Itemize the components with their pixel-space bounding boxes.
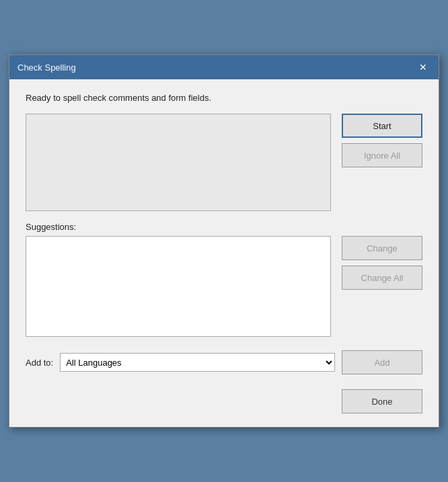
add-button[interactable]: Add [342,350,422,374]
done-row: Done [26,385,422,413]
suggestions-row: Change Change All [26,236,422,337]
check-spelling-dialog: Check Spelling ✕ Ready to spell check co… [9,54,439,428]
ignore-all-button[interactable]: Ignore All [342,143,422,167]
status-text: Ready to spell check comments and form f… [26,93,422,103]
top-buttons-col: Start Ignore All [342,114,422,167]
close-button[interactable]: ✕ [416,60,431,75]
spell-check-text-area[interactable] [26,114,331,211]
suggestions-list[interactable] [26,236,331,337]
language-select[interactable]: All Languages [60,353,335,372]
dialog-titlebar: Check Spelling ✕ [9,55,439,79]
add-to-row: Add to: All Languages Add [26,350,422,374]
add-to-label: Add to: [26,358,53,368]
done-button[interactable]: Done [342,389,422,413]
suggestions-buttons: Change Change All [342,236,422,290]
main-row: Start Ignore All [26,114,422,211]
dialog-body: Ready to spell check comments and form f… [9,79,439,427]
suggestions-section: Suggestions: Change Change All [26,222,422,337]
start-button[interactable]: Start [342,114,422,138]
suggestions-label: Suggestions: [26,222,422,232]
dialog-title: Check Spelling [17,63,76,73]
change-button[interactable]: Change [342,236,422,260]
change-all-button[interactable]: Change All [342,266,422,290]
